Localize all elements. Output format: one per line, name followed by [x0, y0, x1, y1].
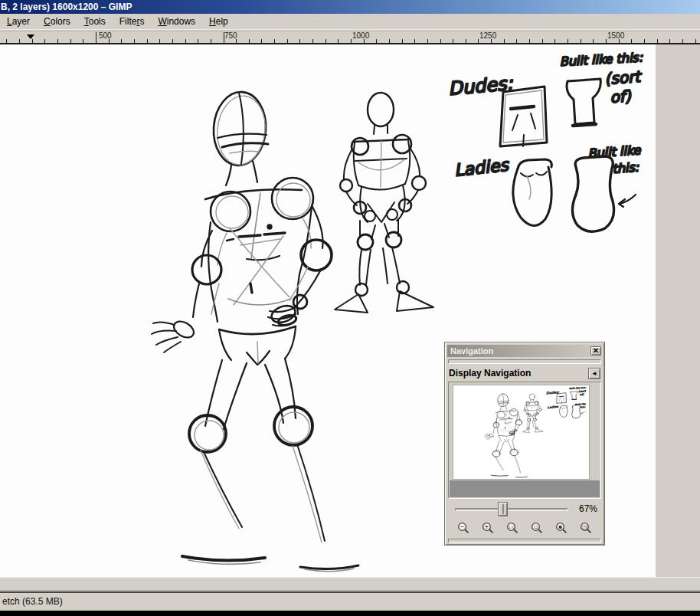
shrink-wrap-icon: ◳ — [580, 522, 593, 535]
ruler-minor-tick — [312, 39, 313, 43]
ruler-label-1500: 1500 — [607, 31, 624, 40]
zoom-slider-track[interactable] — [455, 508, 568, 511]
ruler-minor-tick — [414, 39, 415, 43]
ruler-minor-tick — [440, 39, 441, 43]
ruler-minor-tick — [568, 39, 568, 43]
ruler-minor-tick — [249, 39, 250, 43]
gimp-window: B, 2 layers) 1600x1200 – GIMP LayerColor… — [0, 0, 700, 616]
zoom-fit-window-icon: ▫ — [531, 522, 544, 535]
tab-menu-icon[interactable]: ◄ — [588, 368, 600, 379]
ruler-minor-tick — [581, 39, 581, 43]
close-icon[interactable]: ✕ — [590, 346, 601, 356]
ruler-minor-tick — [695, 39, 696, 43]
horizontal-scroll-strip[interactable] — [0, 577, 700, 591]
ruler-minor-tick — [159, 39, 160, 43]
zoom-out-button[interactable]: − — [453, 519, 473, 536]
ruler-minor-tick — [593, 39, 594, 43]
ruler-minor-tick — [134, 39, 135, 43]
menu-tools[interactable]: Tools — [77, 15, 113, 28]
navigation-dialog[interactable]: Navigation ✕ Display Navigation ◄ 67% −+… — [444, 342, 605, 546]
navigation-dialog-titlebar[interactable]: Navigation ✕ — [447, 345, 602, 357]
ruler-label-1000: 1000 — [352, 31, 369, 40]
ruler-minor-tick — [669, 39, 670, 43]
ruler-minor-tick — [32, 39, 33, 43]
ruler-minor-tick — [657, 39, 658, 43]
svg-text:+: + — [484, 523, 489, 530]
ruler-minor-tick — [478, 39, 479, 43]
ruler-label-750: 750 — [224, 31, 237, 40]
svg-text:▪: ▪ — [558, 523, 561, 530]
ruler-minor-tick — [351, 39, 352, 43]
navigation-dialog-title: Navigation — [450, 345, 493, 357]
ruler-minor-tick — [57, 39, 58, 43]
thumbnail-empty-band — [450, 480, 600, 497]
ruler-major-tick — [96, 32, 96, 43]
zoom-fill-window-button[interactable]: ▪ — [551, 519, 571, 536]
zoom-slider-handle[interactable] — [498, 502, 508, 516]
ruler-minor-tick — [504, 39, 505, 43]
zoom-percent-label: 67% — [579, 503, 597, 514]
horizontal-ruler[interactable]: 500750100012501500 — [0, 31, 700, 44]
navigation-preview-box[interactable] — [448, 382, 601, 499]
ruler-minor-tick — [631, 39, 632, 43]
display-navigation-header: Display Navigation ◄ — [447, 365, 602, 381]
dock-drag-handle[interactable] — [448, 359, 601, 364]
ruler-minor-tick — [376, 39, 377, 43]
dialog-bottom-strip — [448, 539, 601, 543]
ruler-minor-tick — [682, 39, 683, 43]
ruler-minor-tick — [44, 39, 45, 43]
ruler-minor-tick — [261, 39, 262, 43]
menu-windows[interactable]: Windows — [151, 15, 202, 28]
zoom-1-1-icon: 1:1 — [506, 522, 519, 535]
ruler-label-500: 500 — [99, 31, 112, 40]
menu-filters[interactable]: Filters — [113, 15, 152, 28]
svg-text:1:1: 1:1 — [508, 525, 513, 529]
menu-help[interactable]: Help — [202, 15, 235, 28]
ruler-minor-tick — [70, 39, 71, 43]
zoom-buttons-row: −+1:1▫▪◳ — [447, 518, 602, 536]
ruler-minor-tick — [542, 39, 543, 43]
menu-colors[interactable]: Colors — [37, 15, 77, 28]
status-bar: etch (63.5 MB) — [0, 593, 700, 611]
zoom-1-1-button[interactable]: 1:1 — [502, 519, 522, 536]
window-title: B, 2 layers) 1600x1200 – GIMP — [1, 2, 132, 12]
display-navigation-title: Display Navigation — [449, 368, 531, 378]
ruler-minor-tick — [427, 39, 428, 43]
ruler-minor-tick — [402, 39, 403, 43]
svg-text:◳: ◳ — [581, 523, 587, 530]
ruler-minor-tick — [554, 39, 555, 43]
shrink-wrap-button[interactable]: ◳ — [576, 519, 596, 536]
ruler-minor-tick — [172, 39, 173, 43]
navigation-thumbnail-sketch — [453, 385, 589, 479]
ruler-minor-tick — [466, 39, 466, 43]
ruler-minor-tick — [121, 39, 122, 43]
ruler-minor-tick — [83, 39, 83, 43]
ruler-minor-tick — [338, 39, 339, 43]
svg-text:−: − — [460, 523, 464, 530]
ruler-minor-tick — [198, 39, 198, 43]
ruler-minor-tick — [147, 39, 148, 43]
ruler-minor-tick — [453, 39, 453, 43]
zoom-fill-window-icon: ▪ — [555, 522, 568, 535]
screen-edge — [0, 611, 700, 616]
zoom-slider-row: 67% — [447, 501, 602, 518]
ruler-minor-tick — [287, 39, 288, 43]
ruler-minor-tick — [325, 39, 326, 43]
ruler-minor-tick — [644, 39, 645, 43]
zoom-in-button[interactable]: + — [478, 519, 498, 536]
navigation-thumbnail[interactable] — [453, 385, 589, 479]
menu-layer[interactable]: Layer — [0, 15, 37, 28]
ruler-minor-tick — [185, 39, 186, 43]
ruler-minor-tick — [529, 39, 530, 43]
window-titlebar[interactable]: B, 2 layers) 1600x1200 – GIMP — [0, 0, 700, 14]
svg-text:▫: ▫ — [533, 523, 537, 530]
ruler-minor-tick — [606, 39, 607, 43]
menu-bar: LayerColorsToolsFiltersWindowsHelp — [0, 14, 700, 29]
ruler-minor-tick — [389, 39, 390, 43]
status-memory-text: etch (63.5 MB) — [2, 596, 63, 607]
ruler-minor-tick — [6, 39, 7, 43]
zoom-out-icon: − — [457, 522, 470, 535]
ruler-minor-tick — [274, 39, 275, 43]
zoom-fit-window-button[interactable]: ▫ — [527, 519, 547, 536]
zoom-in-icon: + — [482, 522, 495, 535]
